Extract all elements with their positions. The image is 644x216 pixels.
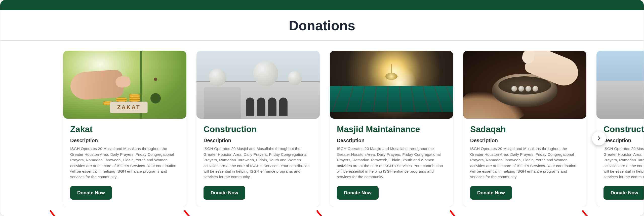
chandelier-graphic <box>391 64 392 74</box>
page-title: Donations <box>0 10 644 41</box>
description-label: Description <box>337 138 446 143</box>
description-text: ISGH Operates 20 Masjid and Musallahs th… <box>70 146 179 180</box>
donation-card: Masjid Maintainance Description ISGH Ope… <box>330 51 453 207</box>
donation-card: Construction Description ISGH Operates 2… <box>196 51 320 207</box>
carousel-track[interactable]: ZAKAT Zakat Description ISGH Operates 20… <box>0 51 644 207</box>
page-frame: Donations ZAKAT Zakat <box>0 0 644 216</box>
card-title: Zakat <box>70 124 179 134</box>
donate-now-button[interactable]: Donate Now <box>204 186 245 200</box>
donate-now-button[interactable]: Donate Now <box>70 186 112 200</box>
building-graphic <box>196 81 320 119</box>
card-body: Sadaqah Description ISGH Operates 20 Mas… <box>463 119 586 200</box>
description-text: ISGH Operates 20 Masjid and Musallahs th… <box>204 146 313 180</box>
annotation-arrow-icon <box>184 209 202 216</box>
donate-now-button[interactable]: Donate Now <box>337 186 379 200</box>
chevron-right-icon <box>596 136 602 141</box>
description-text: ISGH Operates 20 Masjid and Musallahs th… <box>603 146 644 180</box>
description-label: Description <box>70 138 179 143</box>
card-body: Construction Description ISGH Operates 2… <box>196 119 320 200</box>
donation-card: Construction Description ISGH Operates 2… <box>596 51 644 207</box>
donate-now-button[interactable]: Donate Now <box>603 186 644 200</box>
annotation-arrow-icon <box>582 209 599 216</box>
card-image-construction <box>196 51 320 119</box>
card-image-construction <box>596 51 644 119</box>
card-title: Construction <box>204 124 313 134</box>
annotation-arrow-icon <box>316 209 334 216</box>
carousel-next-button[interactable] <box>592 131 606 145</box>
annotation-arrow-icon <box>450 209 467 216</box>
card-body: Zakat Description ISGH Operates 20 Masji… <box>63 119 186 200</box>
card-title: Masjid Maintainance <box>337 124 446 134</box>
page-content: Donations ZAKAT Zakat <box>0 10 644 214</box>
card-body: Masjid Maintainance Description ISGH Ope… <box>330 119 453 200</box>
description-label: Description <box>603 138 644 143</box>
carpet-graphic <box>330 86 453 112</box>
description-text: ISGH Operates 20 Masjid and Musallahs th… <box>337 146 446 180</box>
bowl-coins <box>511 86 538 92</box>
donate-now-button[interactable]: Donate Now <box>470 186 512 200</box>
donation-card: ZAKAT Zakat Description ISGH Operates 20… <box>63 51 186 207</box>
card-image-sadaqah <box>463 51 586 119</box>
brand-top-bar <box>0 0 644 10</box>
zakat-block-label: ZAKAT <box>110 102 148 113</box>
building-graphic <box>596 81 644 119</box>
card-title: Construction <box>603 124 644 134</box>
card-body: Construction Description ISGH Operates 2… <box>596 119 644 200</box>
donations-carousel: ZAKAT Zakat Description ISGH Operates 20… <box>0 41 644 207</box>
donation-card: Sadaqah Description ISGH Operates 20 Mas… <box>463 51 586 207</box>
card-title: Sadaqah <box>470 124 579 134</box>
card-image-zakat: ZAKAT <box>63 51 186 119</box>
description-label: Description <box>470 138 579 143</box>
card-image-masjid-interior <box>330 51 453 119</box>
description-text: ISGH Operates 20 Masjid and Musallahs th… <box>470 146 579 180</box>
annotation-arrow-icon <box>50 209 67 216</box>
description-label: Description <box>204 138 313 143</box>
